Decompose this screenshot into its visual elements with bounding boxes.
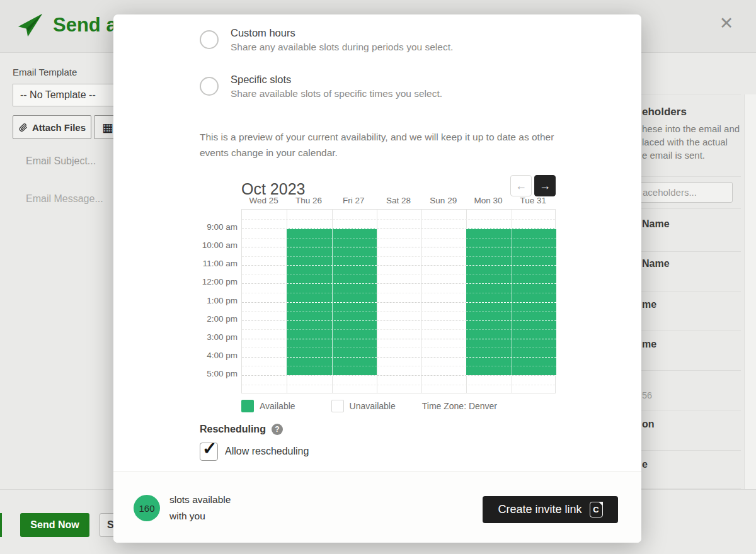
panel-divider — [630, 291, 741, 291]
availability-grid — [241, 209, 556, 393]
available-block — [466, 229, 556, 375]
availability-preview-note: This is a preview of your current availa… — [200, 129, 565, 161]
placeholder-item[interactable]: 56 — [642, 390, 652, 400]
placeholder-item[interactable]: me — [642, 339, 656, 350]
panel-divider — [630, 176, 741, 177]
placeholder-item[interactable]: Name — [642, 218, 670, 230]
edge-accent-strip — [0, 513, 2, 537]
grid-halfhour-line — [242, 219, 555, 220]
time-label: 12:00 pm — [113, 277, 238, 286]
placeholders-description-line: hese into the email and — [642, 123, 740, 134]
calendar-next-button[interactable]: → — [534, 175, 556, 196]
day-header: Tue 31 — [511, 196, 556, 205]
availability-modal: Custom hours Share any available slots d… — [113, 14, 641, 543]
placeholders-heading: eholders — [642, 106, 687, 118]
unavailable-swatch — [331, 400, 344, 412]
slot-count-badge: 160 — [134, 495, 160, 521]
panel-divider — [630, 370, 741, 371]
placeholder-item[interactable]: me — [642, 299, 656, 310]
checkbox-icon[interactable]: ✓ — [200, 443, 218, 461]
option-label: Specific slots — [231, 74, 590, 86]
day-header: Sun 29 — [421, 196, 466, 205]
arrow-right-icon: → — [539, 179, 551, 193]
panel-divider — [630, 94, 741, 94]
attach-files-label: Attach Files — [32, 122, 86, 133]
radio-icon[interactable] — [200, 30, 219, 49]
time-label: 4:00 pm — [113, 351, 238, 360]
available-hour-line — [466, 375, 556, 376]
option-description: Share any available slots during periods… — [231, 42, 590, 53]
grid-halfhour-line — [242, 385, 555, 385]
calendar-legend: Available Unavailable Time Zone: Denver — [241, 400, 497, 412]
time-label: 2:00 pm — [113, 314, 238, 324]
time-label: 1:00 pm — [113, 296, 238, 305]
timezone-label: Time Zone: Denver — [422, 401, 497, 411]
time-label: 11:00 am — [113, 259, 238, 268]
paper-plane-icon — [16, 11, 44, 39]
day-header: Mon 30 — [466, 196, 510, 205]
time-label: 3:00 pm — [113, 332, 238, 342]
email-template-label: Email Template — [13, 67, 77, 77]
email-subject-field[interactable]: Email Subject... — [26, 155, 96, 167]
close-icon[interactable]: ✕ — [716, 13, 737, 34]
availability-option[interactable]: Specific slots Share available slots of … — [200, 74, 590, 103]
placeholder-item[interactable]: on — [642, 419, 655, 430]
calendar-day-row: Wed 25Thu 26Fri 27Sat 28Sun 29Mon 30Tue … — [241, 196, 556, 205]
email-message-field[interactable]: Email Message... — [26, 193, 103, 205]
availability-options: Custom hours Share any available slots d… — [200, 27, 590, 120]
placeholders-description-line: e email is sent. — [642, 150, 705, 161]
calendar-prev-button[interactable]: ← — [510, 175, 532, 196]
send-now-button[interactable]: Send Now — [20, 513, 89, 537]
panel-divider — [630, 251, 741, 252]
app-badge-icon: C — [590, 502, 603, 517]
panel-divider — [630, 410, 741, 410]
panel-divider — [630, 450, 741, 451]
panel-divider — [630, 488, 741, 489]
day-header: Fri 27 — [331, 196, 376, 205]
available-swatch — [241, 400, 254, 412]
placeholder-item[interactable]: Name — [642, 258, 670, 269]
attach-files-button[interactable]: Attach Files — [13, 115, 91, 139]
available-label: Available — [260, 401, 295, 411]
time-label: 9:00 am — [113, 222, 238, 232]
create-invite-link-button[interactable]: Create invite link C — [483, 496, 618, 523]
day-header: Sat 28 — [376, 196, 421, 205]
radio-icon[interactable] — [200, 77, 219, 96]
option-label: Custom hours — [231, 27, 590, 39]
available-block — [287, 229, 377, 375]
placeholder-item[interactable]: e — [642, 459, 648, 470]
available-hour-line — [287, 375, 377, 376]
checkmark-icon: ✓ — [202, 438, 217, 459]
help-icon[interactable]: ? — [272, 424, 283, 435]
day-header: Wed 25 — [241, 196, 286, 205]
option-description: Share available slots of specific times … — [231, 88, 590, 99]
panel-divider — [630, 208, 741, 209]
time-label: 10:00 am — [113, 240, 238, 250]
search-placeholders-input[interactable] — [630, 182, 733, 203]
unavailable-label: Unavailable — [350, 401, 396, 411]
day-header: Thu 26 — [286, 196, 331, 205]
rescheduling-heading: Rescheduling — [200, 424, 266, 435]
create-invite-link-label: Create invite link — [498, 503, 581, 516]
available-col-divider — [332, 229, 333, 375]
available-col-divider — [512, 229, 512, 375]
paperclip-icon — [18, 123, 28, 132]
time-label: 5:00 pm — [113, 369, 238, 378]
availability-option[interactable]: Custom hours Share any available slots d… — [200, 27, 590, 56]
placeholders-description-line: laced with the actual — [642, 137, 728, 147]
slot-count-caption: slots available with you — [169, 492, 231, 524]
allow-rescheduling-label: Allow rescheduling — [225, 446, 309, 457]
arrow-left-icon: ← — [515, 179, 527, 193]
panel-scroll-gutter — [744, 94, 756, 489]
panel-divider — [630, 331, 741, 331]
modal-footer: 160 slots available with you Create invi… — [113, 471, 641, 543]
calendar-grid-icon: ▦ — [102, 120, 113, 135]
